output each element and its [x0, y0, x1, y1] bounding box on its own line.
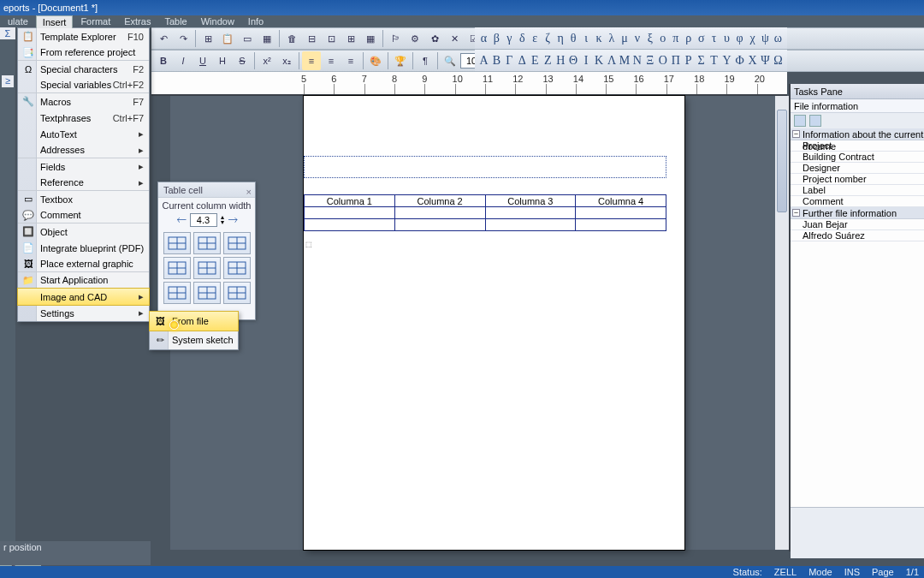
strike-btn[interactable]: S — [233, 51, 252, 70]
greek-char-btn[interactable]: ι — [580, 29, 593, 48]
menu-info[interactable]: Info — [242, 15, 270, 27]
greek-char-btn[interactable]: Ε — [529, 51, 542, 70]
task-icon[interactable] — [794, 115, 806, 127]
table-layout-btn[interactable] — [223, 232, 251, 254]
task-icon[interactable] — [809, 115, 821, 127]
greek-char-btn[interactable]: Σ — [695, 51, 708, 70]
placeholder-frame[interactable] — [304, 156, 666, 178]
greek-char-btn[interactable]: χ — [746, 29, 759, 48]
tool-btn[interactable]: ⊞ — [341, 29, 360, 48]
info-section[interactable]: −Information about the current docume — [791, 128, 924, 140]
menu-item[interactable]: 🖼Place external graphic — [18, 256, 149, 272]
greek-char-btn[interactable]: Δ — [516, 51, 529, 70]
tool-btn[interactable]: 🔍 — [441, 51, 459, 70]
menu-item[interactable]: 📁Start Application — [18, 272, 149, 289]
menu-format[interactable]: Format — [74, 15, 116, 27]
info-field[interactable]: Comment — [791, 196, 924, 207]
greek-char-btn[interactable]: Π — [669, 51, 682, 70]
greek-char-btn[interactable]: Χ — [746, 51, 759, 70]
greek-char-btn[interactable]: ξ — [643, 29, 656, 48]
file-info-header[interactable]: File information — [791, 99, 924, 113]
vertical-scrollbar[interactable] — [775, 96, 789, 550]
greek-char-btn[interactable]: ν — [631, 29, 643, 48]
greek-char-btn[interactable]: Φ — [733, 51, 746, 70]
greek-char-btn[interactable]: Β — [490, 51, 503, 70]
align-btn[interactable]: ≡ — [322, 51, 341, 70]
document-table[interactable]: Columna 1Columna 2Columna 3Columna 4 — [304, 194, 666, 231]
greek-char-btn[interactable]: υ — [720, 29, 733, 48]
menu-item[interactable]: 🔲Object — [18, 223, 149, 240]
greek-char-btn[interactable]: Λ — [606, 51, 619, 70]
greek-char-btn[interactable]: μ — [618, 29, 631, 48]
info-field[interactable]: Designer — [791, 163, 924, 174]
menu-item[interactable]: AutoText▸ — [18, 126, 149, 142]
tool-btn[interactable]: 🎨 — [366, 51, 385, 70]
greek-char-btn[interactable]: Τ — [708, 51, 720, 70]
submenu-item[interactable]: 🖼From file — [149, 311, 239, 331]
greek-char-btn[interactable]: ω — [772, 29, 785, 48]
greek-char-btn[interactable]: κ — [593, 29, 606, 48]
menu-extras[interactable]: Extras — [118, 15, 157, 27]
greek-char-btn[interactable]: Κ — [593, 51, 606, 70]
greek-char-btn[interactable]: σ — [695, 29, 708, 48]
menu-ulate[interactable]: ulate — [2, 15, 34, 27]
tool-btn[interactable]: 🏆 — [391, 51, 410, 70]
menu-item[interactable]: 📄Integrate blueprint (PDF) — [18, 240, 149, 256]
info-field[interactable]: Building Contract — [791, 152, 924, 163]
greek-char-btn[interactable]: ψ — [759, 29, 772, 48]
tool-btn[interactable]: ▭ — [238, 29, 257, 48]
info-field[interactable]: Project nomber — [791, 174, 924, 185]
spinner-icon[interactable]: ▴▾ — [221, 215, 224, 225]
greek-char-btn[interactable]: Θ — [567, 51, 580, 70]
bold-btn[interactable]: B — [154, 51, 173, 70]
tool-btn[interactable]: ⊡ — [322, 29, 341, 48]
menu-item[interactable]: TextphrasesCtrl+F7 — [18, 110, 149, 126]
greek-char-btn[interactable]: Η — [554, 51, 567, 70]
tool-btn[interactable]: ¶ — [416, 51, 435, 70]
menu-item[interactable]: 🔧MacrosF7 — [18, 93, 149, 110]
greek-char-btn[interactable]: Α — [477, 51, 490, 70]
table-layout-btn[interactable] — [163, 282, 191, 304]
table-layout-btn[interactable] — [223, 257, 251, 279]
tool-btn[interactable]: 🗑 — [282, 29, 301, 48]
greek-char-btn[interactable]: Γ — [503, 51, 516, 70]
tool-btn[interactable]: ⊞ — [198, 29, 217, 48]
table-layout-btn[interactable] — [193, 257, 221, 279]
close-icon[interactable]: × — [246, 184, 252, 200]
info-field[interactable]: Alfredo Suárez — [791, 230, 924, 241]
greek-char-btn[interactable]: Ι — [580, 51, 593, 70]
tool-btn[interactable]: ▦ — [258, 29, 276, 48]
menu-item[interactable]: 💬Comment — [18, 207, 149, 223]
tool-btn[interactable]: ⊟ — [302, 29, 321, 48]
greek-char-btn[interactable]: Ν — [631, 51, 643, 70]
tool-btn[interactable]: ↶ — [154, 29, 173, 48]
menu-item[interactable]: 📑From reference project — [18, 45, 149, 61]
menu-item[interactable]: Settings▸ — [18, 305, 149, 321]
greek-char-btn[interactable]: Ο — [656, 51, 669, 70]
document-page[interactable]: Columna 1Columna 2Columna 3Columna 4 ⬚ — [304, 96, 684, 550]
table-header[interactable]: Columna 1 — [305, 195, 395, 207]
table-layout-btn[interactable] — [163, 257, 191, 279]
dock-btn[interactable]: ≥ — [2, 75, 14, 87]
menu-item[interactable]: Fields▸ — [18, 158, 149, 175]
subscript-btn[interactable]: x₂ — [277, 51, 296, 70]
greek-char-btn[interactable]: λ — [606, 29, 619, 48]
table-layout-btn[interactable] — [163, 232, 191, 254]
greek-char-btn[interactable]: τ — [708, 29, 720, 48]
sigma-icon[interactable]: Σ — [5, 28, 11, 39]
menu-item[interactable]: Special variablesCtrl+F2 — [18, 77, 149, 93]
greek-char-btn[interactable]: ε — [529, 29, 542, 48]
greek-char-btn[interactable]: π — [669, 29, 682, 48]
greek-char-btn[interactable]: Ψ — [759, 51, 772, 70]
greek-char-btn[interactable]: γ — [503, 29, 516, 48]
menu-window[interactable]: Window — [195, 15, 240, 27]
table-layout-btn[interactable] — [193, 282, 221, 304]
greek-char-btn[interactable]: ο — [656, 29, 669, 48]
menu-item[interactable]: Addresses▸ — [18, 142, 149, 158]
greek-char-btn[interactable]: Ζ — [542, 51, 554, 70]
tool-btn[interactable]: ✿ — [425, 29, 444, 48]
column-width-input[interactable] — [190, 213, 217, 227]
tool-btn[interactable]: ↷ — [174, 29, 192, 48]
tool-btn[interactable]: H — [213, 51, 232, 70]
menu-item[interactable]: Image and CAD▸ — [17, 288, 150, 306]
